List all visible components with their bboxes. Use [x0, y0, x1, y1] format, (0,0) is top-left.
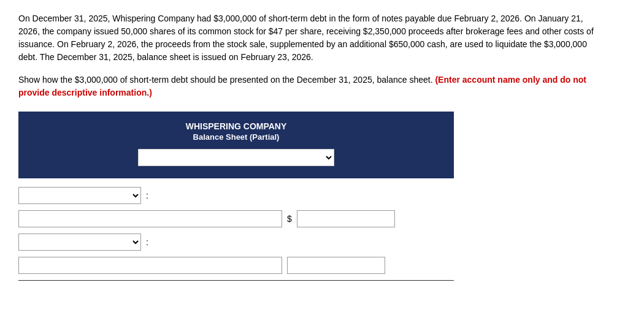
form-row-2: $ [18, 210, 454, 227]
sheet-title: Balance Sheet (Partial) [31, 132, 442, 142]
row1-colon: : [146, 191, 148, 200]
row2-text-input[interactable] [18, 210, 282, 227]
bottom-divider [18, 280, 454, 281]
form-row-3: : [18, 234, 454, 251]
intro-paragraph: On December 31, 2025, Whispering Company… [18, 12, 601, 64]
header-select[interactable] [138, 149, 334, 166]
row4-text-input[interactable] [18, 257, 282, 274]
balance-sheet-header: WHISPERING COMPANY Balance Sheet (Partia… [31, 121, 442, 142]
company-name: WHISPERING COMPANY [31, 121, 442, 131]
row4-amount-input[interactable] [287, 257, 385, 274]
row1-select[interactable] [18, 187, 141, 204]
instruction-plain: Show how the $3,000,000 of short-term de… [18, 75, 433, 85]
row2-dollar: $ [287, 214, 292, 224]
balance-sheet-box: WHISPERING COMPANY Balance Sheet (Partia… [18, 112, 454, 178]
row3-select[interactable] [18, 234, 141, 251]
form-row-4 [18, 257, 454, 274]
row3-colon: : [146, 237, 148, 247]
instruction-text: Show how the $3,000,000 of short-term de… [18, 74, 601, 99]
form-row-1: : [18, 187, 454, 204]
row2-amount-input[interactable] [297, 210, 395, 227]
header-select-row [31, 149, 442, 166]
form-section: : $ : [18, 187, 454, 274]
